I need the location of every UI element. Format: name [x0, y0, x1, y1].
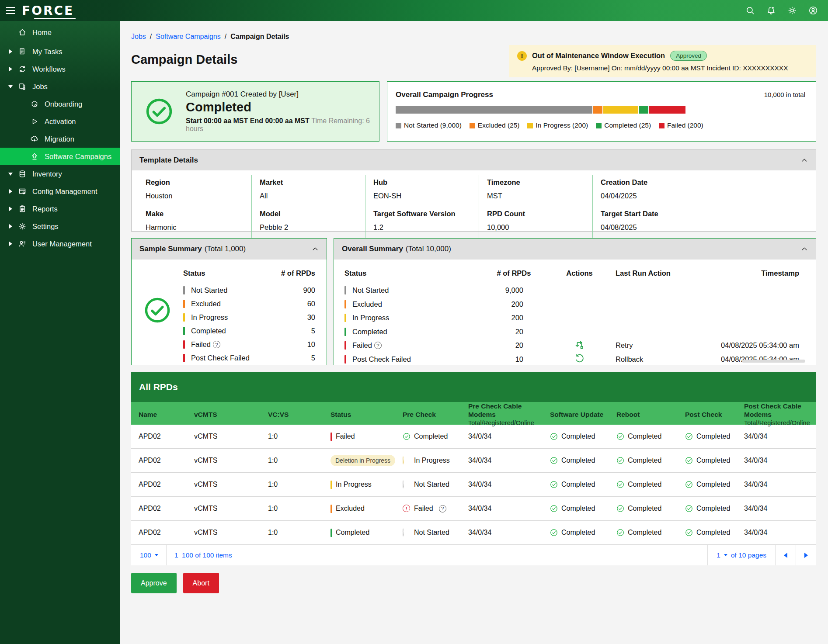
- rpd-count: 10: [307, 340, 315, 349]
- help-icon[interactable]: ?: [439, 505, 446, 512]
- breadcrumb-link[interactable]: Software Campaigns: [156, 33, 221, 41]
- last-run-action: [616, 311, 705, 325]
- check-circle-icon: [685, 529, 693, 537]
- column-header-name: Name: [139, 410, 194, 419]
- status-color-bar: [344, 300, 346, 308]
- retry-icon[interactable]: [574, 339, 585, 352]
- summary-row-in-progress: In Progress: [344, 311, 489, 325]
- page-select[interactable]: 1 of 10 pages: [707, 545, 775, 565]
- status-badge: Deletion in Progress: [331, 455, 395, 466]
- search-icon[interactable]: [741, 2, 759, 19]
- vcmts: vCMTS: [194, 505, 268, 512]
- sidebar-item-software-campaigns[interactable]: Software Campaigns: [0, 148, 120, 165]
- menu-icon[interactable]: [0, 0, 21, 21]
- field-label: RPD Count: [487, 210, 584, 218]
- status-color-bar: [331, 505, 332, 513]
- legend-swatch: [659, 123, 664, 128]
- rpd-table-row: APD02vCMTS1:0Deletion in ProgressIn Prog…: [131, 449, 816, 473]
- sidebar-item-jobs[interactable]: Jobs: [0, 78, 120, 95]
- field-label: Target Start Date: [601, 210, 808, 218]
- last-run-action: [616, 325, 705, 339]
- status-color-bar: [344, 341, 346, 350]
- caret-right-icon[interactable]: [7, 67, 14, 71]
- last-run-action: [616, 298, 705, 312]
- caret-down-icon[interactable]: [7, 173, 14, 176]
- help-icon[interactable]: ?: [213, 341, 220, 348]
- sidebar-item-my-tasks[interactable]: My Tasks: [0, 43, 120, 60]
- summary-row-completed: Completed5: [183, 324, 315, 338]
- field-value: MST: [487, 192, 584, 200]
- column-header-pre-check-cable-modems: Pre Check Cable ModemsTotal/Registered/O…: [468, 402, 550, 427]
- progress-segment-not-started: [396, 106, 592, 114]
- top-bar: FORCE: [0, 0, 828, 21]
- post-check-cable-modems: 34/0/34: [744, 433, 816, 440]
- horizontal-scrollbar[interactable]: [742, 360, 805, 363]
- caret-right-icon[interactable]: [7, 224, 14, 229]
- check-circle-icon: [685, 505, 693, 512]
- account-icon[interactable]: [804, 2, 822, 19]
- step-status-label: Completed: [696, 481, 730, 488]
- sidebar-item-activation[interactable]: Activation: [0, 113, 120, 130]
- template-details-section: Template Details RegionHoustonMarketAllH…: [131, 149, 816, 232]
- rollback-icon[interactable]: [574, 353, 585, 366]
- all-rpds-section: All RPDs NamevCMTSVC:VSStatusPre CheckPr…: [131, 372, 816, 565]
- step-status-label: Completed: [696, 457, 730, 464]
- notifications-icon[interactable]: [762, 2, 780, 19]
- sidebar-item-label: Inventory: [32, 170, 62, 178]
- step-status-label: Not Started: [414, 529, 449, 537]
- column-header-software-update: Software Update: [550, 410, 616, 419]
- sidebar-item-onboarding[interactable]: Onboarding: [0, 95, 120, 113]
- abort-button[interactable]: Abort: [183, 573, 219, 593]
- status-label: Completed: [336, 529, 369, 537]
- status-color-bar: [183, 313, 185, 322]
- caret-down-icon[interactable]: [7, 85, 14, 88]
- brand-logo[interactable]: FORCE: [22, 3, 74, 18]
- summary-row-in-progress: In Progress30: [183, 311, 315, 324]
- chevron-up-icon[interactable]: [801, 157, 808, 164]
- caret-right-icon[interactable]: [7, 49, 14, 54]
- caret-right-icon[interactable]: [7, 189, 14, 194]
- reboot: Completed: [616, 433, 685, 440]
- overall-summary-total: (Total 10,000): [406, 245, 451, 253]
- breadcrumb: Jobs/Software Campaigns/Campaign Details: [131, 32, 816, 41]
- sidebar-item-home[interactable]: Home: [0, 24, 120, 41]
- help-icon[interactable]: ?: [374, 342, 382, 349]
- caret-right-icon[interactable]: [7, 242, 14, 246]
- rpd-count: 5: [311, 354, 315, 362]
- check-circle-icon: [550, 433, 558, 440]
- sidebar-item-settings[interactable]: Settings: [0, 218, 120, 235]
- breadcrumb-link[interactable]: Jobs: [131, 33, 146, 41]
- status-label: Completed: [191, 327, 226, 335]
- sidebar-item-user-management[interactable]: User Management: [0, 235, 120, 253]
- post-check-cable-modems: 34/0/34: [744, 505, 816, 512]
- legend-label: Excluded (25): [478, 121, 520, 129]
- previous-page-button[interactable]: [775, 545, 796, 565]
- pre-check: Not Started: [403, 481, 468, 488]
- user-management-icon: [17, 239, 27, 249]
- sidebar-item-migration[interactable]: Migration: [0, 130, 120, 148]
- status-label: Failed: [336, 433, 355, 440]
- summary-row-completed: Completed: [344, 325, 489, 339]
- sidebar-item-reports[interactable]: Reports: [0, 200, 120, 218]
- check-circle-icon: [685, 433, 693, 440]
- status-label: Failed: [352, 341, 372, 350]
- chevron-up-icon[interactable]: [801, 246, 808, 253]
- reboot: Completed: [616, 457, 685, 464]
- sidebar-item-inventory[interactable]: Inventory: [0, 165, 120, 183]
- sidebar-item-config-management[interactable]: Config Management: [0, 183, 120, 200]
- status-label: Excluded: [191, 300, 221, 308]
- sidebar-item-label: Jobs: [32, 83, 48, 91]
- approve-button[interactable]: Approve: [131, 573, 177, 593]
- rpd-table-body: APD02vCMTS1:0FailedCompleted34/0/34Compl…: [131, 425, 816, 545]
- chevron-up-icon[interactable]: [312, 246, 319, 253]
- next-page-button[interactable]: [796, 545, 816, 565]
- page-size-select[interactable]: 100: [131, 545, 167, 565]
- caret-right-icon[interactable]: [7, 207, 14, 211]
- sidebar-item-workflows[interactable]: Workflows: [0, 60, 120, 78]
- rpd-status: Deletion in Progress: [331, 455, 403, 466]
- theme-icon[interactable]: [783, 2, 801, 19]
- software-update: Completed: [550, 529, 616, 537]
- status-label: In Progress: [336, 481, 372, 488]
- sidebar-item-label: Workflows: [32, 65, 66, 73]
- post-check: Completed: [685, 433, 744, 440]
